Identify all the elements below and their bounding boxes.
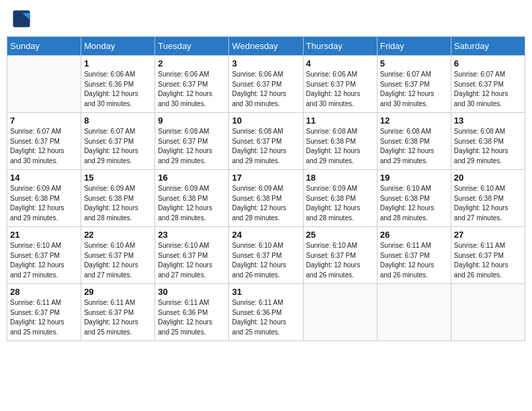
- day-info: Sunrise: 6:09 AM Sunset: 6:38 PM Dayligh…: [158, 184, 226, 223]
- day-number: 21: [10, 230, 78, 240]
- day-info: Sunrise: 6:10 AM Sunset: 6:37 PM Dayligh…: [306, 241, 374, 280]
- day-number: 7: [10, 116, 78, 126]
- day-number: 19: [380, 173, 448, 183]
- calendar-cell: 8Sunrise: 6:07 AM Sunset: 6:37 PM Daylig…: [81, 113, 155, 170]
- calendar-cell: 12Sunrise: 6:08 AM Sunset: 6:38 PM Dayli…: [377, 113, 451, 170]
- day-number: 13: [454, 116, 522, 126]
- day-info: Sunrise: 6:11 AM Sunset: 6:37 PM Dayligh…: [454, 241, 522, 280]
- day-info: Sunrise: 6:10 AM Sunset: 6:37 PM Dayligh…: [84, 241, 152, 280]
- calendar-cell: [7, 56, 81, 113]
- calendar-cell: 6Sunrise: 6:07 AM Sunset: 6:37 PM Daylig…: [451, 56, 525, 113]
- calendar-cell: 22Sunrise: 6:10 AM Sunset: 6:37 PM Dayli…: [81, 227, 155, 284]
- calendar-cell: 7Sunrise: 6:07 AM Sunset: 6:37 PM Daylig…: [7, 113, 81, 170]
- day-info: Sunrise: 6:10 AM Sunset: 6:38 PM Dayligh…: [380, 184, 448, 223]
- day-number: 15: [84, 173, 152, 183]
- calendar-cell: 16Sunrise: 6:09 AM Sunset: 6:38 PM Dayli…: [155, 170, 229, 227]
- day-info: Sunrise: 6:06 AM Sunset: 6:37 PM Dayligh…: [232, 70, 300, 109]
- calendar-cell: 29Sunrise: 6:11 AM Sunset: 6:37 PM Dayli…: [81, 284, 155, 341]
- day-number: 25: [306, 230, 374, 240]
- weekday-header-tuesday: Tuesday: [155, 37, 229, 56]
- day-number: 31: [232, 287, 300, 297]
- calendar-week-3: 14Sunrise: 6:09 AM Sunset: 6:38 PM Dayli…: [7, 170, 525, 227]
- day-number: 16: [158, 173, 226, 183]
- day-number: 6: [454, 58, 522, 68]
- day-number: 17: [232, 173, 300, 183]
- calendar-cell: 13Sunrise: 6:08 AM Sunset: 6:38 PM Dayli…: [451, 113, 525, 170]
- calendar-week-5: 28Sunrise: 6:11 AM Sunset: 6:37 PM Dayli…: [7, 284, 525, 341]
- logo: [12, 9, 32, 28]
- page-header: [7, 7, 525, 31]
- day-info: Sunrise: 6:11 AM Sunset: 6:36 PM Dayligh…: [158, 298, 226, 337]
- day-info: Sunrise: 6:08 AM Sunset: 6:38 PM Dayligh…: [380, 127, 448, 166]
- day-number: 8: [84, 116, 152, 126]
- calendar-cell: 4Sunrise: 6:06 AM Sunset: 6:37 PM Daylig…: [303, 56, 377, 113]
- day-info: Sunrise: 6:08 AM Sunset: 6:37 PM Dayligh…: [158, 127, 226, 166]
- day-number: 26: [380, 230, 448, 240]
- calendar-cell: 31Sunrise: 6:11 AM Sunset: 6:36 PM Dayli…: [229, 284, 303, 341]
- day-number: 18: [306, 173, 374, 183]
- calendar-cell: 14Sunrise: 6:09 AM Sunset: 6:38 PM Dayli…: [7, 170, 81, 227]
- day-number: 29: [84, 287, 152, 297]
- day-info: Sunrise: 6:11 AM Sunset: 6:37 PM Dayligh…: [380, 241, 448, 280]
- calendar-cell: 27Sunrise: 6:11 AM Sunset: 6:37 PM Dayli…: [451, 227, 525, 284]
- calendar-cell: 18Sunrise: 6:09 AM Sunset: 6:38 PM Dayli…: [303, 170, 377, 227]
- day-info: Sunrise: 6:07 AM Sunset: 6:37 PM Dayligh…: [380, 70, 448, 109]
- day-number: 12: [380, 116, 448, 126]
- day-info: Sunrise: 6:06 AM Sunset: 6:37 PM Dayligh…: [306, 70, 374, 109]
- day-info: Sunrise: 6:08 AM Sunset: 6:38 PM Dayligh…: [306, 127, 374, 166]
- day-number: 20: [454, 173, 522, 183]
- day-info: Sunrise: 6:07 AM Sunset: 6:37 PM Dayligh…: [454, 70, 522, 109]
- weekday-header-monday: Monday: [81, 37, 155, 56]
- day-number: 1: [84, 58, 152, 68]
- day-info: Sunrise: 6:11 AM Sunset: 6:37 PM Dayligh…: [10, 298, 78, 337]
- day-number: 11: [306, 116, 374, 126]
- calendar-week-2: 7Sunrise: 6:07 AM Sunset: 6:37 PM Daylig…: [7, 113, 525, 170]
- day-info: Sunrise: 6:10 AM Sunset: 6:37 PM Dayligh…: [10, 241, 78, 280]
- day-info: Sunrise: 6:09 AM Sunset: 6:38 PM Dayligh…: [84, 184, 152, 223]
- day-number: 28: [10, 287, 78, 297]
- day-number: 14: [10, 173, 78, 183]
- weekday-header-thursday: Thursday: [303, 37, 377, 56]
- day-number: 9: [158, 116, 226, 126]
- calendar-cell: 30Sunrise: 6:11 AM Sunset: 6:36 PM Dayli…: [155, 284, 229, 341]
- day-number: 24: [232, 230, 300, 240]
- calendar-cell: 19Sunrise: 6:10 AM Sunset: 6:38 PM Dayli…: [377, 170, 451, 227]
- day-number: 4: [306, 58, 374, 68]
- calendar-cell: 2Sunrise: 6:06 AM Sunset: 6:37 PM Daylig…: [155, 56, 229, 113]
- day-info: Sunrise: 6:07 AM Sunset: 6:37 PM Dayligh…: [10, 127, 78, 166]
- calendar-cell: [451, 284, 525, 341]
- calendar-cell: 26Sunrise: 6:11 AM Sunset: 6:37 PM Dayli…: [377, 227, 451, 284]
- svg-rect-0: [13, 10, 30, 27]
- day-info: Sunrise: 6:06 AM Sunset: 6:37 PM Dayligh…: [158, 70, 226, 109]
- calendar-cell: 3Sunrise: 6:06 AM Sunset: 6:37 PM Daylig…: [229, 56, 303, 113]
- day-info: Sunrise: 6:10 AM Sunset: 6:38 PM Dayligh…: [454, 184, 522, 223]
- day-info: Sunrise: 6:09 AM Sunset: 6:38 PM Dayligh…: [10, 184, 78, 223]
- calendar-cell: [377, 284, 451, 341]
- calendar-cell: 10Sunrise: 6:08 AM Sunset: 6:37 PM Dayli…: [229, 113, 303, 170]
- day-number: 22: [84, 230, 152, 240]
- day-info: Sunrise: 6:08 AM Sunset: 6:38 PM Dayligh…: [454, 127, 522, 166]
- day-info: Sunrise: 6:08 AM Sunset: 6:37 PM Dayligh…: [232, 127, 300, 166]
- calendar-week-4: 21Sunrise: 6:10 AM Sunset: 6:37 PM Dayli…: [7, 227, 525, 284]
- calendar-cell: 5Sunrise: 6:07 AM Sunset: 6:37 PM Daylig…: [377, 56, 451, 113]
- day-number: 30: [158, 287, 226, 297]
- calendar-cell: 21Sunrise: 6:10 AM Sunset: 6:37 PM Dayli…: [7, 227, 81, 284]
- calendar-week-1: 1Sunrise: 6:06 AM Sunset: 6:36 PM Daylig…: [7, 56, 525, 113]
- calendar-cell: 17Sunrise: 6:09 AM Sunset: 6:38 PM Dayli…: [229, 170, 303, 227]
- logo-icon: [12, 9, 31, 28]
- day-info: Sunrise: 6:06 AM Sunset: 6:36 PM Dayligh…: [84, 70, 152, 109]
- day-info: Sunrise: 6:10 AM Sunset: 6:37 PM Dayligh…: [158, 241, 226, 280]
- day-number: 27: [454, 230, 522, 240]
- weekday-header-wednesday: Wednesday: [229, 37, 303, 56]
- weekday-header-saturday: Saturday: [451, 37, 525, 56]
- calendar-cell: 9Sunrise: 6:08 AM Sunset: 6:37 PM Daylig…: [155, 113, 229, 170]
- calendar-cell: 24Sunrise: 6:10 AM Sunset: 6:37 PM Dayli…: [229, 227, 303, 284]
- calendar-cell: 11Sunrise: 6:08 AM Sunset: 6:38 PM Dayli…: [303, 113, 377, 170]
- calendar-cell: 15Sunrise: 6:09 AM Sunset: 6:38 PM Dayli…: [81, 170, 155, 227]
- day-number: 2: [158, 58, 226, 68]
- day-info: Sunrise: 6:10 AM Sunset: 6:37 PM Dayligh…: [232, 241, 300, 280]
- calendar-table: SundayMondayTuesdayWednesdayThursdayFrid…: [7, 36, 525, 341]
- calendar-header-row: SundayMondayTuesdayWednesdayThursdayFrid…: [7, 37, 525, 56]
- weekday-header-friday: Friday: [377, 37, 451, 56]
- day-number: 23: [158, 230, 226, 240]
